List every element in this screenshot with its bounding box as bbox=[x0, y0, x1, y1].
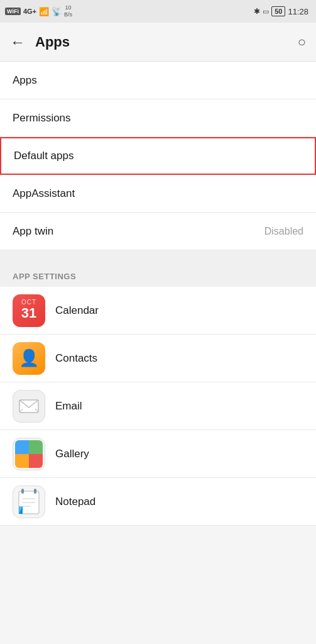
battery-indicator: 50 bbox=[271, 7, 285, 16]
app-bar: ← Apps ○ bbox=[0, 23, 316, 62]
menu-item-apps[interactable]: Apps bbox=[0, 62, 316, 99]
network-speed: 10 B/s bbox=[64, 4, 72, 18]
notepad-svg-icon bbox=[18, 489, 40, 515]
app-name-notepad: Notepad bbox=[55, 496, 95, 508]
gallery-grid-icon bbox=[15, 440, 43, 468]
status-left: WiFi 4G+ 📶 📡 10 B/s bbox=[5, 4, 72, 18]
app-name-email: Email bbox=[55, 400, 82, 413]
menu-label-app-twin: App twin bbox=[13, 225, 53, 238]
menu-item-permissions[interactable]: Permissions bbox=[0, 99, 316, 137]
wifi-icon: 📡 bbox=[52, 7, 62, 16]
email-envelope-icon bbox=[19, 399, 39, 413]
app-item-gallery[interactable]: Gallery bbox=[0, 430, 316, 478]
svg-rect-4 bbox=[21, 489, 24, 494]
app-name-calendar: Calendar bbox=[55, 304, 99, 317]
status-right: ✱ ▭ 50 11:28 bbox=[254, 7, 308, 16]
signal-bars-icon: 📶 bbox=[39, 7, 49, 16]
app-item-calendar[interactable]: OCT 31 Calendar bbox=[0, 287, 316, 335]
wifi-badge: WiFi bbox=[5, 8, 21, 15]
app-item-notepad[interactable]: Notepad bbox=[0, 478, 316, 526]
signal-4g: 4G+ bbox=[23, 8, 36, 15]
menu-label-default-apps: Default apps bbox=[14, 150, 74, 162]
status-bar: WiFi 4G+ 📶 📡 10 B/s ✱ ▭ 50 11:28 bbox=[0, 0, 316, 23]
calendar-app-icon: OCT 31 bbox=[13, 294, 45, 327]
calendar-icon-inner: OCT 31 bbox=[21, 299, 36, 321]
menu-label-apps: Apps bbox=[13, 74, 37, 87]
section-gap bbox=[0, 250, 316, 262]
notepad-app-icon bbox=[13, 486, 45, 518]
section-header-text: APP SETTINGS bbox=[13, 272, 76, 281]
contacts-app-icon: 👤 bbox=[13, 342, 45, 375]
search-icon[interactable]: ○ bbox=[298, 34, 306, 50]
page-title: Apps bbox=[35, 34, 288, 50]
app-settings-header: APP SETTINGS bbox=[0, 262, 316, 287]
menu-list: Apps Permissions Default apps AppAssista… bbox=[0, 62, 316, 250]
menu-label-permissions: Permissions bbox=[13, 112, 71, 125]
app-name-gallery: Gallery bbox=[55, 448, 89, 460]
svg-rect-5 bbox=[34, 489, 36, 494]
gallery-app-icon bbox=[13, 438, 45, 470]
app-name-contacts: Contacts bbox=[55, 352, 97, 365]
bluetooth-icon: ✱ bbox=[254, 7, 260, 16]
nfc-icon: ▭ bbox=[263, 8, 269, 16]
app-item-contacts[interactable]: 👤 Contacts bbox=[0, 335, 316, 382]
app-twin-value: Disabled bbox=[264, 226, 303, 237]
menu-item-app-twin[interactable]: App twin Disabled bbox=[0, 213, 316, 250]
menu-item-default-apps[interactable]: Default apps bbox=[0, 137, 316, 175]
app-settings-list: OCT 31 Calendar 👤 Contacts Email bbox=[0, 287, 316, 526]
menu-item-app-assistant[interactable]: AppAssistant bbox=[0, 175, 316, 213]
back-button[interactable]: ← bbox=[10, 33, 25, 51]
contacts-icon-figure: 👤 bbox=[19, 348, 39, 368]
menu-label-app-assistant: AppAssistant bbox=[13, 187, 75, 200]
battery-level: 50 bbox=[271, 6, 285, 16]
email-app-icon bbox=[13, 390, 45, 423]
clock: 11:28 bbox=[288, 7, 308, 16]
app-item-email[interactable]: Email bbox=[0, 382, 316, 430]
